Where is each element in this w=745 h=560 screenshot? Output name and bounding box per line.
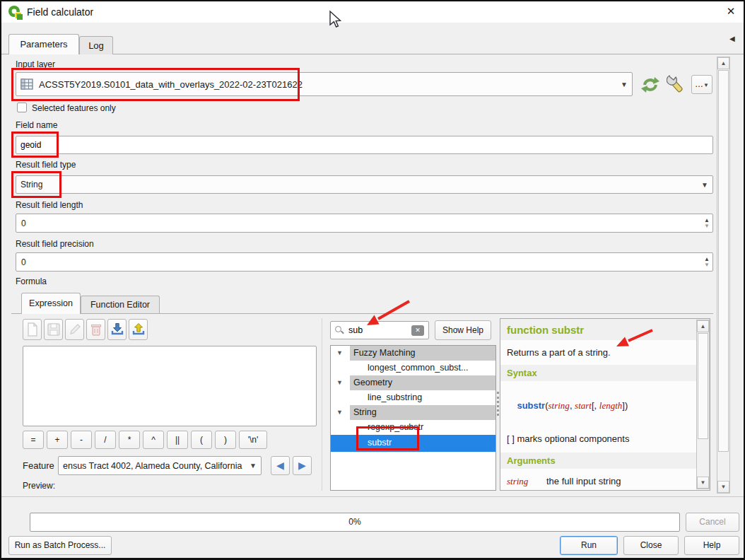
close-icon[interactable]: ✕ <box>722 5 739 19</box>
clear-search-icon[interactable]: ✕ <box>411 325 424 336</box>
operator-multiply-button[interactable]: * <box>119 431 140 449</box>
result-field-precision-value: 0 <box>16 257 26 267</box>
tab-expression[interactable]: Expression <box>21 293 81 314</box>
title-bar: Field calculator ✕ <box>1 1 744 23</box>
result-field-precision-spinbox[interactable]: 0 ▲▼ <box>16 252 713 272</box>
pencil-icon <box>69 323 81 336</box>
spin-down-icon[interactable]: ▼ <box>704 223 710 228</box>
help-arguments-header: Arguments <box>500 453 710 469</box>
function-label: longest_common_subst... <box>368 361 468 375</box>
help-button[interactable]: Help <box>684 536 739 555</box>
function-label: line_substring <box>368 390 422 404</box>
import-expressions-button[interactable] <box>107 319 127 340</box>
feature-combobox[interactable]: ensus Tract 4002, Alameda County, Califo… <box>58 456 262 475</box>
function-item-row[interactable]: longest_common_subst... <box>331 361 495 375</box>
trash-icon <box>90 323 102 336</box>
spinner-arrows[interactable]: ▲▼ <box>701 218 712 228</box>
operator-close-paren-button[interactable]: ) <box>215 431 236 449</box>
argument-desc: the full input string <box>546 476 703 487</box>
scroll-up-icon[interactable]: ▲ <box>721 60 727 66</box>
progress-bar: 0% <box>30 513 680 532</box>
search-input[interactable] <box>348 325 391 335</box>
collapse-panel-icon[interactable]: ◀ <box>729 35 735 42</box>
splitter[interactable] <box>322 318 323 491</box>
help-scrollbar-thumb[interactable] <box>698 333 708 439</box>
result-field-length-value: 0 <box>16 218 26 228</box>
operator-power-button[interactable]: ^ <box>143 431 164 449</box>
splitter-handle[interactable] <box>497 392 499 416</box>
search-icon <box>335 326 344 335</box>
tab-function-editor[interactable]: Function Editor <box>81 296 160 314</box>
scroll-down-icon[interactable]: ▼ <box>700 479 706 486</box>
function-item-row[interactable]: line_substring <box>331 390 495 405</box>
spin-up-icon[interactable]: ▲ <box>704 257 710 262</box>
window-title: Field calculator <box>27 6 93 18</box>
dialog-scrollbar-thumb[interactable] <box>718 70 729 452</box>
run-as-batch-button[interactable]: Run as Batch Process... <box>8 536 112 555</box>
operator-newline-button[interactable]: '\n' <box>239 431 267 449</box>
layer-options-button[interactable]: …▼ <box>691 75 712 94</box>
delete-expression-button[interactable] <box>86 319 105 340</box>
argument-name: string <box>507 476 539 487</box>
spin-down-icon[interactable]: ▼ <box>704 262 710 267</box>
chevron-down-icon: ▼ <box>250 462 257 469</box>
close-button[interactable]: Close <box>623 536 679 555</box>
field-name-input[interactable] <box>16 136 713 154</box>
chevron-down-icon: ▼ <box>621 81 628 88</box>
function-help-panel: function substr Returns a part of a stri… <box>500 318 710 491</box>
result-field-length-spinbox[interactable]: 0 ▲▼ <box>16 214 713 233</box>
save-expression-button[interactable] <box>44 319 63 340</box>
expander-icon[interactable]: ▼ <box>336 375 343 390</box>
operator-plus-button[interactable]: + <box>47 431 68 449</box>
ellipsis-icon: … <box>695 79 703 89</box>
run-button[interactable]: Run <box>560 536 618 555</box>
divider <box>1 496 744 497</box>
new-expression-button[interactable] <box>23 319 42 340</box>
wrench-icon[interactable] <box>667 74 686 95</box>
annotation-rect-substr <box>356 426 419 450</box>
next-feature-button[interactable]: ▶ <box>293 456 312 475</box>
dialog-scrollbar[interactable]: ▲ ▼ <box>717 57 730 494</box>
save-icon <box>47 323 60 336</box>
selected-features-checkbox[interactable] <box>17 103 27 112</box>
result-field-type-combobox[interactable]: String ▼ <box>16 175 713 194</box>
operator-divide-button[interactable]: / <box>95 431 116 449</box>
function-group-row[interactable]: ▼ Fuzzy Matching <box>331 346 495 361</box>
tab-log[interactable]: Log <box>79 36 113 54</box>
spinner-arrows[interactable]: ▲▼ <box>701 257 712 267</box>
show-help-button[interactable]: Show Help <box>435 320 491 340</box>
formula-label: Formula <box>16 276 47 286</box>
scroll-down-icon[interactable]: ▼ <box>721 484 727 490</box>
help-description: Returns a part of a string. <box>500 340 710 365</box>
operator-equals-button[interactable]: = <box>23 431 44 449</box>
previous-feature-button[interactable]: ◀ <box>271 456 290 475</box>
scroll-up-icon[interactable]: ▲ <box>700 323 706 329</box>
help-scrollbar[interactable]: ▲ ▼ <box>696 320 710 489</box>
export-expressions-button[interactable] <box>129 319 148 340</box>
function-search-box[interactable]: ✕ <box>330 321 429 339</box>
operator-concat-button[interactable]: || <box>167 431 188 449</box>
help-syntax-header: Syntax <box>500 365 710 381</box>
argument-name: start <box>507 489 539 491</box>
result-field-type-label: Result field type <box>16 160 76 170</box>
result-field-length-label: Result field length <box>16 200 83 210</box>
feature-value: ensus Tract 4002, Alameda County, Califo… <box>63 461 242 471</box>
expander-icon[interactable]: ▼ <box>336 346 343 360</box>
annotation-rect-field-type <box>11 171 61 198</box>
function-group-row[interactable]: ▼ String <box>331 405 495 420</box>
cancel-button[interactable]: Cancel <box>686 513 739 532</box>
operator-minus-button[interactable]: - <box>71 431 92 449</box>
refresh-icon[interactable] <box>640 76 661 94</box>
selected-features-label: Selected features only <box>32 103 116 113</box>
operator-open-paren-button[interactable]: ( <box>191 431 212 449</box>
spin-up-icon[interactable]: ▲ <box>704 218 710 223</box>
feature-label: Feature <box>23 460 54 471</box>
edit-expression-button[interactable] <box>65 319 84 340</box>
expander-icon[interactable]: ▼ <box>336 405 343 419</box>
help-arguments-table: string the full input string start integ… <box>500 469 710 491</box>
help-optional-note: [ ] marks optional components <box>500 431 710 453</box>
tab-parameters[interactable]: Parameters <box>8 34 79 54</box>
group-label: Fuzzy Matching <box>353 346 416 360</box>
expression-editor[interactable] <box>23 346 317 426</box>
function-group-row[interactable]: ▼ Geometry <box>331 375 495 390</box>
